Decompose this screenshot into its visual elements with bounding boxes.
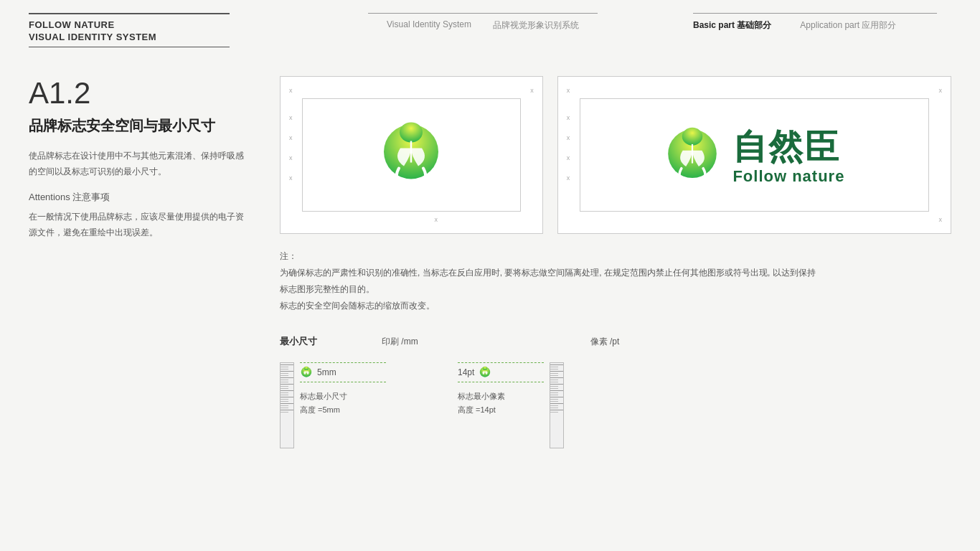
x-mark-2: x [530,87,534,94]
min-size-label: 最小尺寸 [280,335,317,348]
print-demo: 5mm 标志最小尺寸 高度 =5mm [280,362,386,448]
min-size-header: 最小尺寸 印刷 /mm 像素 /pt [280,335,951,348]
x-mark-f: x [567,174,570,182]
brand-name-line2: VISUAL IDENTITY SYSTEM [29,32,273,42]
left-panel: A1.2 品牌标志安全空间与最小尺寸 使品牌标志在设计使用中不与其他元素混淆、保… [29,76,251,448]
diagram-logo-only: x x x x x x x [280,76,543,234]
section-title: 品牌标志安全空间与最小尺寸 [29,116,251,136]
chinese-brand-text: 自然臣 [732,124,844,170]
nav-application[interactable]: Application part 应用部分 [800,19,896,32]
pixel-desc1: 标志最小像素 [458,392,505,400]
print-desc2: 高度 =5mm [300,405,340,414]
section-number: A1.2 [29,76,251,110]
dotted-line-pixel [458,362,544,363]
main-content: A1.2 品牌标志安全空间与最小尺寸 使品牌标志在设计使用中不与其他元素混淆、保… [0,55,980,463]
pixel-desc2: 高度 =14pt [458,405,496,414]
attentions-text: 在一般情况下使用品牌标志，应该尽量使用提供的电子资源文件，避免在重绘中出现误差。 [29,209,251,240]
nav-basic[interactable]: Basic part 基础部分 [693,19,771,32]
pixel-size-content: 14pt [458,362,544,416]
vis-label: Visual Identity System [387,19,471,32]
ruler-pixel [550,362,564,448]
print-label: 印刷 /mm [382,336,418,348]
x-mark-g: x [939,216,943,223]
right-panel: x x x x x x x [280,76,951,448]
svg-point-1 [400,123,423,143]
x-mark-6: x [289,174,293,182]
print-desc: 标志最小尺寸 高度 =5mm [300,390,386,416]
x-mark-4: x [289,134,293,141]
header-right-nav: Basic part 基础部分 Application part 应用部分 [693,13,951,32]
logo-center [379,120,443,191]
x-mark-3: x [289,114,293,121]
logo-svg-2 [664,125,721,186]
section-desc: 使品牌标志在设计使用中不与其他元素混淆、保持呼吸感的空间以及标志可识别的最小尺寸… [29,149,251,179]
print-value: 5mm [317,367,336,377]
page-header: FOLLOW NATURE VISUAL IDENTITY SYSTEM Vis… [0,0,980,55]
svg-point-5 [304,367,308,370]
pixel-demo: 14pt [458,362,564,448]
header-center-nav: Visual Identity System 品牌视觉形象识别系统 [273,13,693,32]
print-desc1: 标志最小尺寸 [300,392,347,400]
svg-point-7 [483,367,487,370]
mini-logo-pixel [479,366,491,379]
x-mark-e: x [567,154,570,161]
diagram-logo-text: x x x x x x x [557,76,951,234]
x-mark-5: x [289,154,293,161]
pixel-label: 像素 /pt [590,336,620,348]
logo-with-text: 自然臣 Follow nature [664,124,844,186]
note-line1: 为确保标志的严肃性和识别的准确性, 当标志在反白应用时, 要将标志做空间隔离处理… [280,265,951,281]
x-mark-1: x [289,87,293,94]
note-line3: 标志的安全空间会随标志的缩放而改变。 [280,298,951,314]
diagrams-row: x x x x x x x [280,76,951,234]
brand-name-line1: FOLLOW NATURE [29,19,273,32]
center-top-line [368,13,598,14]
english-brand-text: Follow nature [732,167,844,186]
right-top-line [693,13,937,14]
dotted-line-pixel-bottom [458,382,544,382]
x-mark-c: x [567,114,570,121]
attentions-title: Attentions 注意事项 [29,191,251,204]
notes-section: 注： 为确保标志的严肃性和识别的准确性, 当标志在反白应用时, 要将标志做空间隔… [280,248,951,314]
pixel-desc: 标志最小像素 高度 =14pt [458,390,544,416]
center-nav-labels: Visual Identity System 品牌视觉形象识别系统 [387,19,579,32]
note-line2: 标志图形完整性的目的。 [280,281,951,298]
ruler-print [280,362,294,448]
x-mark-a: x [567,87,570,94]
dotted-line-print-bottom [300,382,386,382]
note-label: 注： [280,248,951,265]
dotted-line-print [300,362,386,363]
mini-logo-print [300,366,313,379]
print-size-content: 5mm 标志最小尺寸 高度 =5mm [300,362,386,416]
min-size-section: 最小尺寸 印刷 /mm 像素 /pt [280,335,951,448]
x-mark-d: x [567,134,570,141]
brand-bottom-line [29,47,230,48]
pixel-value: 14pt [458,367,474,377]
mini-logo-row: 5mm [300,366,386,379]
x-mark-b: x [939,87,943,94]
logo-svg-1 [379,120,443,188]
brand-text-block: 自然臣 Follow nature [732,124,844,186]
size-demos: 5mm 标志最小尺寸 高度 =5mm [280,362,951,448]
pixel-logo-row: 14pt [458,366,544,379]
brand-top-line [29,13,230,14]
right-nav-labels: Basic part 基础部分 Application part 应用部分 [693,19,896,32]
svg-point-3 [682,128,702,146]
brand-identity: FOLLOW NATURE VISUAL IDENTITY SYSTEM [29,13,273,47]
x-mark-7: x [434,216,438,223]
cn-label: 品牌视觉形象识别系统 [493,19,579,32]
